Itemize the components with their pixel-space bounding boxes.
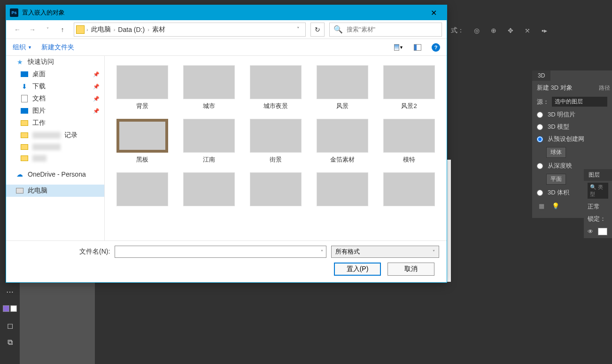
chevron-down-icon[interactable]: ˅ [321, 249, 323, 255]
refresh-button[interactable]: ↻ [310, 23, 325, 37]
desktop-icon [20, 70, 29, 78]
file-thumbnail [250, 65, 302, 99]
file-thumbnail [383, 172, 435, 206]
file-item[interactable] [245, 172, 307, 209]
back-button[interactable]: ← [11, 23, 24, 36]
file-name: 黑板 [136, 155, 148, 164]
file-item[interactable]: 城市 [178, 65, 240, 110]
more-tool[interactable]: ⋯ [3, 285, 17, 299]
file-thumbnail [183, 119, 235, 153]
file-item[interactable]: 街景 [245, 119, 307, 164]
file-item[interactable]: 模特 [378, 119, 440, 164]
tab-layers[interactable]: 图层 [584, 169, 612, 181]
blend-mode[interactable]: 正常 [588, 202, 600, 211]
organize-menu[interactable]: 组织 ▼ [13, 43, 32, 52]
forward-button[interactable]: → [26, 23, 39, 36]
help-button[interactable]: ? [432, 43, 440, 52]
radio-volume[interactable] [537, 190, 543, 196]
sidebar-work[interactable]: 工作 [6, 117, 104, 129]
new-folder-button[interactable]: 新建文件夹 [41, 43, 74, 52]
stack-icon[interactable]: ▦ [539, 202, 544, 209]
file-item[interactable]: 江南 [178, 119, 240, 164]
scale-icon[interactable]: ⤧ [523, 26, 532, 35]
chevron-down-icon[interactable]: ˅ [433, 249, 435, 255]
search-box[interactable]: 🔍 [329, 23, 442, 37]
camera-icon[interactable]: ▪▸ [540, 26, 549, 35]
sidebar-blur2[interactable] [6, 141, 104, 153]
preview-pane-button[interactable] [413, 44, 422, 51]
file-item[interactable]: 金箔素材 [311, 119, 373, 164]
radio-depth[interactable] [537, 163, 543, 169]
addr-dropdown[interactable]: ˅ [293, 26, 303, 32]
radio-postcard[interactable] [537, 112, 543, 118]
sidebar-onedrive[interactable]: ☁OneDrive - Persona [6, 169, 104, 180]
layer-type-filter[interactable]: 🔍 类型 [588, 183, 608, 199]
row-model[interactable]: 3D 模型 [532, 121, 612, 133]
depth-dropdown[interactable]: 平面 [546, 174, 566, 185]
file-thumbnail [183, 65, 235, 99]
quickmask-tool[interactable]: ◻ [3, 318, 17, 333]
row-preset[interactable]: 从预设创建网 [532, 133, 612, 145]
pin-icon: 📌 [93, 96, 100, 102]
close-button[interactable]: ✕ [424, 5, 443, 20]
dialog-body: ★快速访问 桌面📌 ⬇下载📌 文档📌 图片📌 工作 记录 ☁OneDrive -… [6, 56, 447, 240]
swatch-tool[interactable] [3, 302, 17, 316]
preset-dropdown[interactable]: 球体 [546, 147, 566, 158]
radio-model[interactable] [537, 124, 543, 130]
sidebar-documents[interactable]: 文档📌 [6, 93, 104, 105]
download-icon: ⬇ [20, 83, 29, 90]
crumb-drive[interactable]: Data (D:) [115, 26, 147, 33]
file-name: 风景2 [401, 102, 417, 110]
file-dialog: Ps 置入嵌入的对象 ✕ ← → ˅ ↑ › 此电脑 › Data (D:) ›… [6, 5, 447, 283]
bulb-icon[interactable]: 💡 [552, 202, 559, 209]
layer-thumb[interactable] [598, 228, 607, 235]
sidebar-pictures[interactable]: 图片📌 [6, 105, 104, 117]
search-icon: 🔍 [333, 25, 343, 34]
screenmode-tool[interactable]: ⧉ [3, 335, 17, 349]
file-item[interactable] [311, 172, 373, 209]
place-button[interactable]: 置入(P) [334, 263, 381, 276]
file-item[interactable] [178, 172, 240, 209]
eye-icon[interactable]: 👁 [588, 228, 593, 235]
source-dropdown[interactable]: 选中的图层 [552, 97, 607, 107]
filename-input[interactable]: ˅ [115, 246, 326, 258]
file-name: 模特 [403, 155, 415, 164]
file-item[interactable] [378, 172, 440, 209]
search-input[interactable] [347, 26, 438, 33]
sidebar-blur3[interactable] [6, 153, 104, 164]
dialog-toolbar: 组织 ▼ 新建文件夹 ▼ ? [6, 39, 447, 56]
sidebar-blur1[interactable]: 记录 [6, 129, 104, 141]
view-mode-button[interactable]: ▼ [394, 44, 403, 51]
tab-path[interactable]: 路径 [599, 84, 610, 92]
file-thumbnail [116, 65, 168, 99]
file-item[interactable] [111, 172, 173, 209]
ps-side-panel [20, 282, 95, 364]
row-postcard[interactable]: 3D 明信片 [532, 108, 612, 121]
file-item[interactable]: 风景 [311, 65, 373, 110]
lock-label: 锁定： [588, 215, 606, 223]
recent-dropdown[interactable]: ˅ [41, 23, 54, 36]
crumb-folder[interactable]: 素材 [149, 25, 168, 34]
file-item[interactable]: 风景2 [378, 65, 440, 110]
sidebar-downloads[interactable]: ⬇下载📌 [6, 80, 104, 93]
file-item[interactable]: 城市夜景 [245, 65, 307, 110]
radio-preset[interactable] [537, 136, 543, 142]
address-bar[interactable]: › 此电脑 › Data (D:) › 素材 ˅ [74, 23, 306, 37]
up-button[interactable]: ↑ [56, 23, 69, 36]
crumb-thispc[interactable]: 此电脑 [88, 25, 114, 34]
tab-3d[interactable]: 3D [532, 70, 550, 81]
dialog-title: 置入嵌入的对象 [22, 8, 65, 17]
sidebar-thispc[interactable]: 此电脑 [6, 185, 104, 197]
cancel-button[interactable]: 取消 [387, 263, 434, 276]
file-item[interactable]: 背景 [111, 65, 173, 110]
target-icon[interactable]: ⊕ [489, 26, 498, 35]
sidebar-quickaccess[interactable]: ★快速访问 [6, 56, 104, 68]
pin-icon: 📌 [93, 84, 100, 90]
folder-icon [20, 155, 29, 162]
format-dropdown[interactable]: 所有格式˅ [331, 246, 439, 258]
file-item[interactable]: 黑板 [111, 119, 173, 164]
move-icon[interactable]: ✥ [506, 26, 515, 35]
orbit-icon[interactable]: ◎ [473, 26, 481, 35]
sidebar-desktop[interactable]: 桌面📌 [6, 68, 104, 80]
folder-icon [20, 143, 29, 151]
